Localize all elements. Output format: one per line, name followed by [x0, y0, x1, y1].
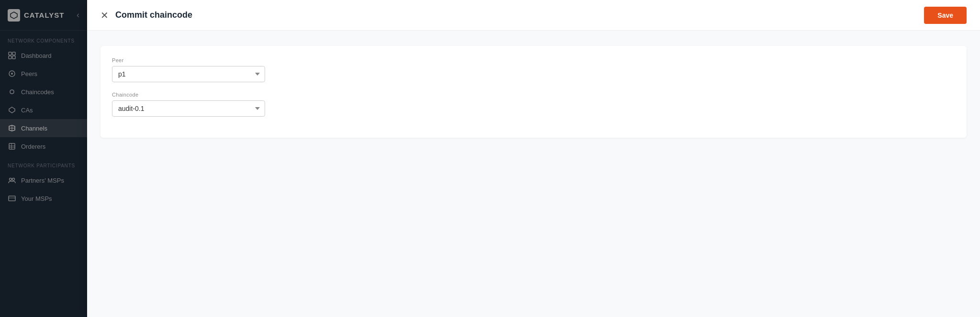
commit-chaincode-modal: ✕ Commit chaincode Save Peer p1 p2 Chain…	[87, 0, 980, 317]
save-button[interactable]: Save	[924, 7, 967, 24]
chaincode-field-group: Chaincode audit-0.1 audit-0.2	[112, 92, 265, 117]
modal-overlay: ✕ Commit chaincode Save Peer p1 p2 Chain…	[0, 0, 980, 317]
chaincode-select[interactable]: audit-0.1 audit-0.2	[112, 100, 265, 117]
form-card: Peer p1 p2 Chaincode audit-0.1 audit-0.2	[100, 46, 967, 138]
modal-title-area: ✕ Commit chaincode	[100, 10, 192, 20]
modal-title: Commit chaincode	[115, 10, 192, 20]
modal-body: Peer p1 p2 Chaincode audit-0.1 audit-0.2	[87, 31, 980, 317]
modal-header: ✕ Commit chaincode Save	[87, 0, 980, 31]
peer-select[interactable]: p1 p2	[112, 66, 265, 82]
peer-label: Peer	[112, 57, 265, 63]
peer-field-group: Peer p1 p2	[112, 57, 265, 82]
modal-close-button[interactable]: ✕	[100, 11, 109, 20]
chaincode-label: Chaincode	[112, 92, 265, 98]
